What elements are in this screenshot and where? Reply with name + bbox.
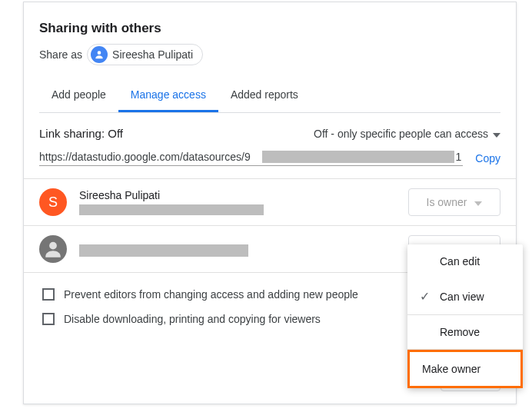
tab-added-reports[interactable]: Added reports xyxy=(218,79,311,112)
avatar-initial: S xyxy=(39,188,67,216)
role-label: Is owner xyxy=(427,196,467,208)
redacted-url-segment xyxy=(262,151,455,163)
dropdown-item-label: Make owner xyxy=(422,363,480,375)
share-as-label: Share as xyxy=(39,48,82,61)
share-url-field[interactable]: https://datastudio.google.com/datasource… xyxy=(39,151,463,166)
person-info xyxy=(79,241,408,257)
dropdown-item-label: Can edit xyxy=(440,255,480,267)
option-label: Disable downloading, printing and copyin… xyxy=(64,313,321,325)
dropdown-make-owner[interactable]: Make owner xyxy=(407,350,523,388)
dropdown-item-label: Remove xyxy=(440,326,480,338)
svg-point-1 xyxy=(49,242,57,250)
tab-add-people[interactable]: Add people xyxy=(39,79,118,112)
redacted-name xyxy=(79,244,248,257)
check-icon: ✓ xyxy=(420,289,432,304)
caret-down-icon xyxy=(474,196,482,208)
dropdown-item-label: Can view xyxy=(440,291,484,303)
share-as-name: Sireesha Pulipati xyxy=(112,48,193,61)
dialog-header: Sharing with others Share as Sireesha Pu… xyxy=(24,2,516,118)
link-sharing-label: Link sharing: Off xyxy=(39,127,123,140)
share-as-chip[interactable]: Sireesha Pulipati xyxy=(87,44,203,65)
person-name: Sireesha Pulipati xyxy=(79,189,408,201)
link-sharing-state-text: Off - only specific people can access xyxy=(314,128,488,140)
copy-button[interactable]: Copy xyxy=(475,152,500,164)
tabs: Add people Manage access Added reports xyxy=(39,79,500,113)
role-dropdown-menu: Can edit ✓ Can view Remove Make owner xyxy=(407,244,523,388)
option-label: Prevent editors from changing access and… xyxy=(64,288,358,301)
person-row: S Sireesha Pulipati Is owner xyxy=(24,179,516,226)
dropdown-remove[interactable]: Remove xyxy=(407,315,523,349)
role-selector-owner[interactable]: Is owner xyxy=(408,188,500,216)
avatar-placeholder-icon xyxy=(39,235,67,263)
dropdown-can-edit[interactable]: Can edit xyxy=(407,244,523,278)
person-info: Sireesha Pulipati xyxy=(79,189,408,215)
redacted-email xyxy=(79,204,264,215)
link-sharing-section: Link sharing: Off Off - only specific pe… xyxy=(24,118,516,179)
share-as-row: Share as Sireesha Pulipati xyxy=(39,44,500,65)
link-sharing-dropdown[interactable]: Off - only specific people can access xyxy=(314,128,500,140)
checkbox-icon[interactable] xyxy=(42,313,55,325)
share-url-text: https://datastudio.google.com/datasource… xyxy=(39,151,251,163)
dropdown-can-view[interactable]: ✓ Can view xyxy=(407,278,523,314)
share-url-trailing: 1 xyxy=(454,151,462,163)
svg-point-0 xyxy=(98,51,101,55)
user-avatar-icon xyxy=(91,46,108,63)
dialog-title: Sharing with others xyxy=(39,21,500,36)
tab-manage-access[interactable]: Manage access xyxy=(118,79,218,112)
checkbox-icon[interactable] xyxy=(42,288,55,301)
caret-down-icon xyxy=(493,128,500,140)
